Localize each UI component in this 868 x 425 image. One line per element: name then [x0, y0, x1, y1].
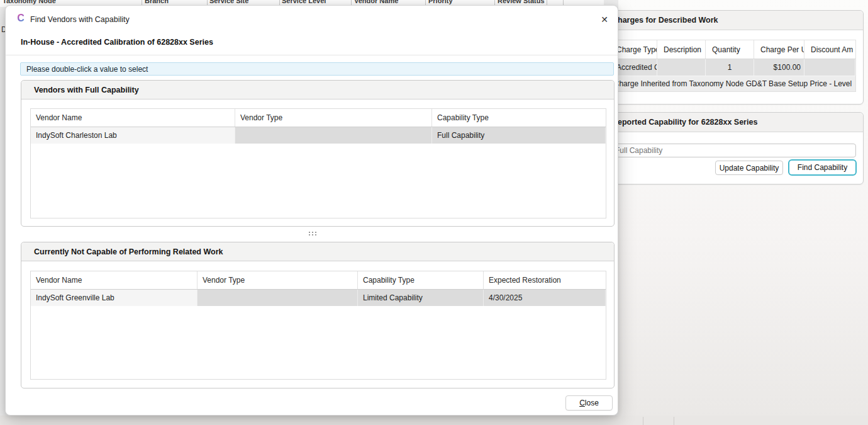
charges-panel-title: Charges for Described Work [604, 11, 863, 30]
close-button[interactable]: Close [565, 395, 613, 411]
charges-col-quantity[interactable]: Quantity [706, 40, 754, 59]
grip-dots-icon [309, 232, 316, 235]
close-button-label: Close [579, 399, 599, 407]
not-capable-group: Currently Not Capable of Performing Rela… [21, 242, 615, 388]
vendor-name-cell[interactable]: IndySoft Greenville Lab [31, 290, 198, 306]
bg-column-priority[interactable]: Priority [428, 0, 453, 4]
full-capability-table: Vendor Name Vendor Type Capability Type … [30, 108, 606, 218]
quantity-cell[interactable]: 1 [706, 59, 754, 76]
capability-field[interactable] [609, 144, 856, 157]
vendor-name-cell[interactable]: IndySoft Charleston Lab [31, 127, 235, 144]
description-cell[interactable] [657, 59, 706, 76]
bg-column-taxonomy-node[interactable]: Taxonomy Node [3, 0, 56, 4]
charges-panel: Charges for Described Work Charge Type D… [604, 10, 864, 105]
vendor-row[interactable]: IndySoft Charleston Lab Full Capability [31, 127, 606, 144]
charges-table: Charge Type Description Quantity Charge … [609, 40, 856, 92]
bg-column-service-site[interactable]: Service Site [209, 0, 248, 4]
table-empty-area [31, 144, 606, 218]
divider [6, 55, 618, 55]
reported-capability-title: Reported Capability for 62828xx Series [604, 113, 863, 132]
background-column-line [643, 417, 643, 425]
col-capability-type[interactable]: Capability Type [358, 271, 484, 289]
not-capable-group-title: Currently Not Capable of Performing Rela… [21, 242, 614, 261]
charges-col-discount-amount[interactable]: Discount Am [804, 40, 855, 59]
vendor-type-cell[interactable] [235, 127, 432, 144]
bg-column-service-level[interactable]: Service Level [282, 0, 326, 4]
charges-col-description[interactable]: Description [657, 40, 706, 59]
full-capability-group-title: Vendors with Full Capability [21, 81, 614, 99]
bg-column-branch[interactable]: Branch [145, 0, 169, 4]
discount-amount-cell[interactable] [804, 59, 855, 76]
charges-table-row[interactable]: Accredited Ca 1 $100.00 [610, 59, 855, 76]
col-vendor-type[interactable]: Vendor Type [198, 271, 358, 289]
update-capability-button[interactable]: Update Capability [715, 161, 783, 175]
expected-restoration-cell[interactable]: 4/30/2025 [484, 290, 606, 306]
charge-inherited-note: Charge Inherited from Taxonomy Node GD&T… [610, 76, 855, 91]
table-header: Vendor Name Vendor Type Capability Type … [31, 271, 606, 290]
info-banner: Please double-click a value to select [20, 62, 614, 76]
col-expected-restoration[interactable]: Expected Restoration [484, 271, 606, 289]
col-capability-type[interactable]: Capability Type [432, 109, 606, 127]
background-column-line [674, 417, 674, 425]
reported-capability-panel: Reported Capability for 62828xx Series U… [604, 112, 864, 184]
charges-col-charge-per-unit[interactable]: Charge Per U [754, 40, 804, 59]
col-vendor-name[interactable]: Vendor Name [31, 109, 235, 127]
col-vendor-type[interactable]: Vendor Type [235, 109, 432, 127]
splitter-handle[interactable] [6, 229, 619, 239]
charge-per-unit-cell[interactable]: $100.00 [754, 59, 804, 76]
background-bottom-strip [0, 416, 868, 425]
capability-type-cell[interactable]: Full Capability [432, 127, 606, 144]
bg-column-review-status[interactable]: Review Status [498, 0, 545, 4]
vendor-type-cell[interactable] [198, 290, 358, 306]
close-icon[interactable]: ✕ [594, 11, 615, 28]
bg-column-vendor-name[interactable]: Vendor Name [354, 0, 398, 4]
table-empty-area [31, 306, 606, 379]
find-vendors-dialog: C Find Vendors with Capability ✕ In-Hous… [5, 5, 618, 416]
not-capable-table: Vendor Name Vendor Type Capability Type … [30, 271, 606, 380]
table-header: Vendor Name Vendor Type Capability Type [31, 109, 606, 127]
col-vendor-name[interactable]: Vendor Name [31, 271, 198, 289]
capability-type-cell[interactable]: Limited Capability [358, 290, 484, 306]
dialog-title: Find Vendors with Capability [30, 15, 130, 24]
app-logo-icon: C [15, 13, 26, 24]
full-capability-group: Vendors with Full Capability Vendor Name… [21, 80, 615, 227]
screen: Taxonomy Node Branch Service Site Servic… [0, 0, 868, 425]
find-capability-button[interactable]: Find Capability [788, 159, 857, 176]
charges-table-header: Charge Type Description Quantity Charge … [610, 40, 855, 59]
dialog-subtitle: In-House - Accredited Calibration of 628… [21, 38, 213, 47]
vendor-row[interactable]: IndySoft Greenville Lab Limited Capabili… [31, 290, 606, 306]
